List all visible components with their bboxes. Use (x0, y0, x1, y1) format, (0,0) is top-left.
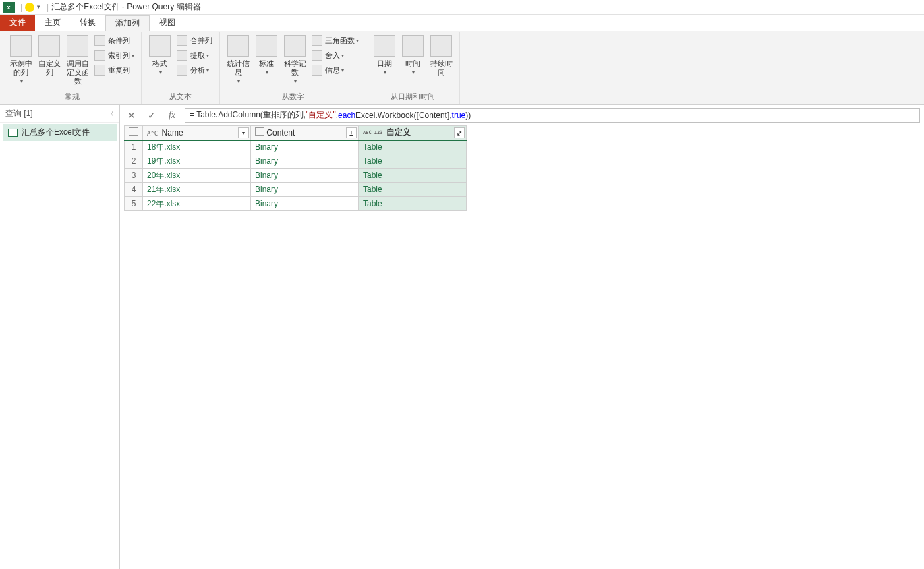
cell-content[interactable]: Binary (251, 154, 359, 169)
column-header-custom-label: 自定义 (386, 127, 411, 137)
tab-file[interactable]: 文件 (0, 15, 35, 31)
from-example-label: 示例中的列 (8, 59, 34, 77)
cell-name[interactable]: 21年.xlsx (143, 183, 251, 197)
cell-content[interactable]: Binary (251, 169, 359, 183)
row-number[interactable]: 4 (125, 183, 143, 197)
scientific-icon (284, 35, 306, 57)
formula-cancel-button[interactable]: ✕ (124, 108, 139, 123)
duplicate-column-button[interactable]: 重复列 (92, 63, 137, 77)
table-row[interactable]: 421年.xlsxBinaryTable (125, 183, 467, 197)
cell-content[interactable]: Binary (251, 183, 359, 197)
duration-label: 持续时间 (428, 59, 454, 77)
expand-icon[interactable]: ± (346, 127, 357, 138)
row-number[interactable]: 3 (125, 169, 143, 183)
duration-button[interactable]: 持续时间 (427, 32, 455, 80)
cell-custom[interactable]: Table (359, 183, 467, 197)
table-row[interactable]: 320年.xlsxBinaryTable (125, 169, 467, 183)
queries-header-label: 查询 [1] (5, 108, 33, 119)
formula-input[interactable]: = Table.AddColumn(重排序的列, "自定义" , each Ex… (185, 108, 920, 123)
invoke-function-label: 调用自定义函数 (65, 59, 90, 86)
duration-icon (430, 35, 452, 57)
custom-column-label: 自定义列 (36, 59, 62, 77)
conditional-column-label: 条件列 (108, 36, 130, 46)
standard-button[interactable]: 标准▾ (252, 32, 281, 80)
column-header-custom[interactable]: ABC 123 自定义 ⤢ (359, 126, 467, 140)
extract-label: 提取 (190, 51, 205, 61)
custom-column-button[interactable]: 自定义列 (35, 32, 63, 80)
trig-icon (312, 35, 322, 46)
table-row[interactable]: 219年.xlsxBinaryTable (125, 154, 467, 169)
scientific-label: 科学记数 (282, 59, 308, 77)
type-any-icon: ABC 123 (363, 131, 383, 136)
grid-corner[interactable] (125, 126, 143, 140)
extract-button[interactable]: 提取▾ (174, 49, 215, 62)
column-header-content[interactable]: Content ± (251, 126, 359, 140)
collapse-pane-icon[interactable]: 〈 (107, 109, 114, 119)
cell-custom[interactable]: Table (359, 154, 467, 169)
data-grid: AᴮC Name ▾ Content ± ABC 123 自定义 ⤢ (124, 125, 467, 211)
column-header-name[interactable]: AᴮC Name ▾ (143, 126, 251, 140)
chevron-down-icon: ▾ (20, 77, 23, 86)
cell-content[interactable]: Binary (251, 197, 359, 211)
excel-app-icon: x (3, 2, 15, 13)
tab-view[interactable]: 视图 (150, 15, 185, 31)
standard-label: 标准 (259, 59, 274, 68)
cell-custom[interactable]: Table (359, 140, 467, 154)
column-header-name-label: Name (162, 128, 183, 138)
chevron-down-icon: ▾ (341, 53, 344, 59)
row-number[interactable]: 5 (125, 197, 143, 211)
date-icon (374, 35, 395, 57)
chevron-down-icon: ▾ (206, 53, 209, 59)
tab-transform[interactable]: 转换 (70, 15, 105, 31)
smiley-icon[interactable] (25, 3, 34, 12)
cell-name[interactable]: 19年.xlsx (143, 154, 251, 169)
conditional-column-icon (94, 35, 105, 46)
type-text-icon: AᴮC (147, 130, 158, 137)
row-number[interactable]: 2 (125, 154, 143, 169)
tab-home[interactable]: 主页 (35, 15, 70, 31)
merge-columns-button[interactable]: 合并列 (174, 34, 215, 47)
statistics-button[interactable]: 统计信息▾ (224, 32, 252, 88)
column-header-content-label: Content (266, 128, 295, 138)
query-item[interactable]: 汇总多个Excel文件 (3, 124, 117, 141)
table-row[interactable]: 522年.xlsxBinaryTable (125, 197, 467, 211)
queries-header: 查询 [1] 〈 (0, 105, 119, 123)
parse-button[interactable]: 分析▾ (174, 63, 215, 77)
time-icon (402, 35, 424, 57)
row-number[interactable]: 1 (125, 140, 143, 154)
info-button[interactable]: 信息▾ (309, 63, 362, 77)
formula-text-each: each (338, 111, 355, 120)
scientific-button[interactable]: 科学记数▾ (281, 32, 309, 88)
filter-dropdown-icon[interactable]: ▾ (238, 127, 249, 138)
fx-icon[interactable]: fx (165, 108, 179, 123)
info-icon (312, 65, 322, 76)
parse-icon (177, 65, 187, 76)
index-column-button[interactable]: 索引列▾ (92, 49, 137, 62)
cell-name[interactable]: 22年.xlsx (143, 197, 251, 211)
cell-content[interactable]: Binary (251, 140, 359, 154)
date-button[interactable]: 日期▾ (370, 32, 399, 80)
tab-add-column[interactable]: 添加列 (105, 15, 150, 31)
table-row[interactable]: 118年.xlsxBinaryTable (125, 140, 467, 154)
format-button[interactable]: 格式▾ (146, 32, 174, 80)
expand-column-icon[interactable]: ⤢ (454, 127, 465, 138)
from-example-button[interactable]: 示例中的列▾ (7, 32, 35, 88)
group-from-text: 格式▾ 合并列 提取▾ 分析▾ 从文本 (142, 32, 220, 104)
conditional-column-button[interactable]: 条件列 (92, 34, 137, 47)
info-label: 信息 (325, 65, 340, 76)
rounding-button[interactable]: 舍入▾ (309, 49, 362, 62)
formula-accept-button[interactable]: ✓ (144, 108, 159, 123)
cell-custom[interactable]: Table (359, 169, 467, 183)
cell-name[interactable]: 20年.xlsx (143, 169, 251, 183)
invoke-function-button[interactable]: 调用自定义函数 (63, 32, 92, 88)
merge-columns-icon (177, 35, 187, 46)
cell-name[interactable]: 18年.xlsx (143, 140, 251, 154)
query-item-label: 汇总多个Excel文件 (22, 127, 90, 138)
cell-custom[interactable]: Table (359, 197, 467, 211)
time-button[interactable]: 时间▾ (399, 32, 427, 80)
qat-dropdown-icon[interactable]: ▼ (36, 4, 41, 10)
ribbon-tabs: 文件 主页 转换 添加列 视图 (0, 15, 924, 31)
trig-button[interactable]: 三角函数▾ (309, 34, 362, 47)
content-area: ✕ ✓ fx = Table.AddColumn(重排序的列, "自定义" , … (120, 105, 924, 569)
group-general-label: 常规 (7, 90, 137, 104)
